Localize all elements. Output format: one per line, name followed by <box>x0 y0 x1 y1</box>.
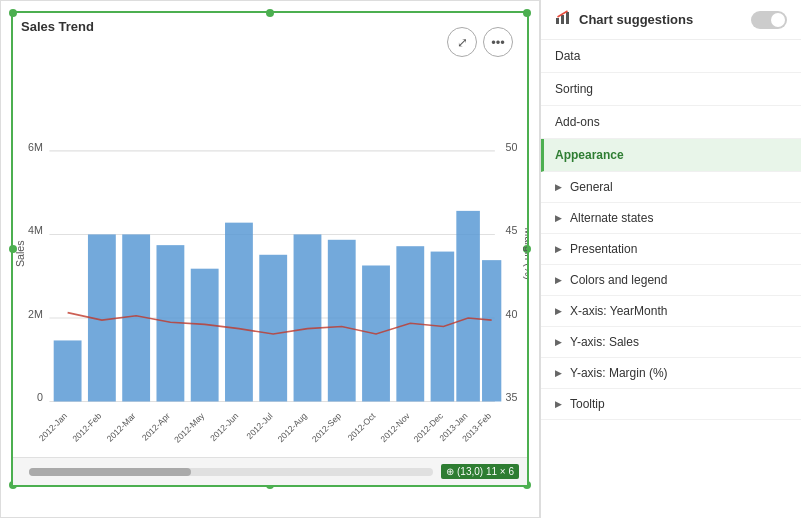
accordion-list: ▶ General ▶ Alternate states ▶ Presentat… <box>541 172 801 420</box>
chart-suggestions-icon <box>555 10 571 29</box>
svg-rect-22 <box>328 240 356 402</box>
svg-text:2M: 2M <box>28 308 43 320</box>
accordion-tooltip[interactable]: ▶ Tooltip <box>541 389 801 420</box>
expand-icon[interactable]: ⤢ <box>447 27 477 57</box>
svg-text:2012-Jan: 2012-Jan <box>37 411 69 443</box>
svg-text:35: 35 <box>506 391 518 403</box>
panel-nav: Data Sorting Add-ons Appearance <box>541 40 801 172</box>
svg-rect-21 <box>294 234 322 401</box>
svg-text:2012-Apr: 2012-Apr <box>140 411 172 443</box>
svg-rect-43 <box>561 15 564 24</box>
svg-text:2012-Sep: 2012-Sep <box>310 411 343 444</box>
resize-handle-tr[interactable] <box>523 9 531 17</box>
svg-rect-44 <box>566 12 569 24</box>
accordion-arrow-tooltip: ▶ <box>555 399 562 409</box>
svg-text:45: 45 <box>506 224 518 236</box>
accordion-arrow-y-axis-margin: ▶ <box>555 368 562 378</box>
svg-text:2012-Mar: 2012-Mar <box>105 411 138 444</box>
svg-rect-14 <box>54 340 82 401</box>
status-coords: ⊕ (13,0) <box>446 466 483 477</box>
svg-text:4M: 4M <box>28 224 43 236</box>
svg-text:6M: 6M <box>28 141 43 153</box>
chart-icons: ⤢ ••• <box>447 27 513 57</box>
nav-item-data[interactable]: Data <box>541 40 801 73</box>
svg-rect-19 <box>225 223 253 402</box>
svg-rect-27 <box>482 260 501 401</box>
accordion-arrow-colors-legend: ▶ <box>555 275 562 285</box>
accordion-presentation[interactable]: ▶ Presentation <box>541 234 801 265</box>
accordion-arrow-presentation: ▶ <box>555 244 562 254</box>
accordion-arrow-general: ▶ <box>555 182 562 192</box>
svg-text:Sales: Sales <box>14 240 26 267</box>
svg-rect-26 <box>456 211 480 402</box>
nav-item-appearance[interactable]: Appearance <box>541 139 801 172</box>
svg-text:2012-Feb: 2012-Feb <box>70 411 103 444</box>
chart-panel: Sales Trend ⤢ ••• 0 2M 4M 6M 35 40 45 50… <box>0 0 540 518</box>
svg-text:50: 50 <box>506 141 518 153</box>
accordion-x-axis[interactable]: ▶ X-axis: YearMonth <box>541 296 801 327</box>
svg-text:40: 40 <box>506 308 518 320</box>
accordion-general[interactable]: ▶ General <box>541 172 801 203</box>
svg-text:Margin (%): Margin (%) <box>523 228 527 280</box>
chart-svg: 0 2M 4M 6M 35 40 45 50 Sales Margin (%) <box>13 41 527 445</box>
svg-rect-18 <box>191 269 219 402</box>
more-options-icon[interactable]: ••• <box>483 27 513 57</box>
accordion-arrow-y-axis-sales: ▶ <box>555 337 562 347</box>
svg-rect-42 <box>556 18 559 24</box>
chart-scrollbar-thumb[interactable] <box>29 468 191 476</box>
accordion-colors-legend[interactable]: ▶ Colors and legend <box>541 265 801 296</box>
svg-text:2012-Oct: 2012-Oct <box>345 410 377 442</box>
svg-text:2012-Nov: 2012-Nov <box>378 410 412 444</box>
chart-outer-border: Sales Trend ⤢ ••• 0 2M 4M 6M 35 40 45 50… <box>11 11 529 487</box>
panel-header: Chart suggestions <box>541 0 801 40</box>
accordion-arrow-x-axis: ▶ <box>555 306 562 316</box>
svg-text:2012-Aug: 2012-Aug <box>276 411 309 444</box>
chart-suggestions-toggle[interactable] <box>751 11 787 29</box>
panel-header-left: Chart suggestions <box>555 10 693 29</box>
chart-status-bar: ⊕ (13,0) 11 × 6 <box>13 457 527 485</box>
status-size: 11 × 6 <box>486 466 514 477</box>
nav-item-addons[interactable]: Add-ons <box>541 106 801 139</box>
accordion-arrow-alternate-states: ▶ <box>555 213 562 223</box>
svg-text:2012-Jul: 2012-Jul <box>244 411 274 441</box>
resize-handle-tl[interactable] <box>9 9 17 17</box>
accordion-alternate-states[interactable]: ▶ Alternate states <box>541 203 801 234</box>
resize-handle-tc[interactable] <box>266 9 274 17</box>
svg-text:2012-Jun: 2012-Jun <box>208 411 240 443</box>
chart-status-info: ⊕ (13,0) 11 × 6 <box>441 464 519 479</box>
accordion-y-axis-margin[interactable]: ▶ Y-axis: Margin (%) <box>541 358 801 389</box>
svg-rect-20 <box>259 255 287 402</box>
right-panel: Chart suggestions Data Sorting Add-ons A… <box>540 0 801 518</box>
nav-item-sorting[interactable]: Sorting <box>541 73 801 106</box>
chart-scrollbar-track[interactable] <box>29 468 433 476</box>
svg-text:0: 0 <box>37 391 43 403</box>
panel-header-title: Chart suggestions <box>579 12 693 27</box>
svg-text:2012-May: 2012-May <box>172 410 206 444</box>
chart-area: 0 2M 4M 6M 35 40 45 50 Sales Margin (%) <box>13 41 527 445</box>
accordion-y-axis-sales[interactable]: ▶ Y-axis: Sales <box>541 327 801 358</box>
